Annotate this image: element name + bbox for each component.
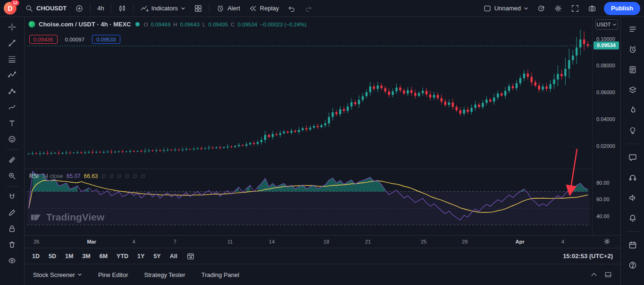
hotlists-button[interactable] bbox=[624, 101, 642, 119]
remove-drawings-button[interactable] bbox=[3, 237, 21, 252]
chat-button[interactable] bbox=[624, 148, 642, 166]
undo-button[interactable] bbox=[284, 2, 300, 15]
tab-stock-screener[interactable]: Stock Screener bbox=[33, 271, 82, 278]
news-button[interactable] bbox=[624, 61, 642, 79]
save-history-clock-icon bbox=[537, 4, 545, 13]
market-status-dot[interactable] bbox=[135, 22, 140, 26]
hide-drawings-button[interactable] bbox=[3, 253, 21, 269]
interval-button[interactable]: 4h bbox=[93, 2, 108, 15]
session-clock[interactable]: 15:02:53 (UTC+2) bbox=[563, 252, 613, 260]
chart-properties-button[interactable] bbox=[550, 2, 566, 15]
legend-symbol-title[interactable]: Choise.com / USDT · 4h · MEXC bbox=[39, 21, 131, 28]
data-window-button[interactable] bbox=[624, 81, 642, 99]
range-button-1y[interactable]: 1Y bbox=[137, 253, 144, 260]
change-value: −0.00023 (−0.24%) bbox=[260, 22, 306, 27]
range-button-3m[interactable]: 3M bbox=[82, 253, 90, 260]
range-button-ytd[interactable]: YTD bbox=[117, 253, 128, 260]
lock-drawings-button[interactable] bbox=[3, 221, 21, 236]
buy-price-chip[interactable]: 0.09533 bbox=[92, 35, 120, 44]
indicator-templates-button[interactable] bbox=[190, 2, 206, 15]
expand-panel-chevron-icon[interactable] bbox=[590, 271, 598, 278]
rsi-scale-tick: 60.00 bbox=[596, 196, 610, 202]
fib-tool-button[interactable] bbox=[3, 51, 21, 67]
rsi-scale-tick: 40.00 bbox=[596, 213, 610, 219]
autosave-button[interactable] bbox=[533, 2, 549, 15]
user-menu-button[interactable]: D 12 bbox=[4, 2, 17, 15]
time-tick: 7 bbox=[174, 239, 176, 244]
ideas-button[interactable] bbox=[624, 122, 642, 139]
price-tick: 0.08000 bbox=[596, 63, 615, 68]
screenshot-button[interactable] bbox=[584, 2, 600, 15]
streams-button[interactable] bbox=[624, 189, 642, 207]
axis-settings-gear-icon[interactable] bbox=[603, 237, 611, 245]
watchlist-button[interactable] bbox=[624, 20, 642, 38]
redo-button[interactable] bbox=[301, 2, 317, 15]
sell-price-chip[interactable]: 0.09436 bbox=[29, 35, 58, 44]
layers-icon bbox=[628, 85, 637, 95]
pattern-tool-button[interactable] bbox=[3, 67, 21, 83]
journal-icon bbox=[628, 65, 637, 74]
tab-label: Stock Screener bbox=[33, 271, 75, 278]
price-scale[interactable]: USDT 0.09534 0.100000.080000.060000.0400… bbox=[592, 17, 620, 235]
fullscreen-button[interactable] bbox=[567, 2, 583, 15]
coin-logo-icon bbox=[28, 21, 35, 28]
range-button-1d[interactable]: 1D bbox=[32, 253, 40, 260]
indicators-button[interactable]: Indicators bbox=[136, 2, 189, 15]
rsi-hidden-values: ∅ ∅ ∅ ∅ ∅ ∅ bbox=[101, 173, 146, 179]
low-label: L bbox=[202, 22, 205, 27]
currency-dropdown[interactable]: USDT bbox=[595, 19, 618, 30]
alerts-panel-button[interactable] bbox=[624, 41, 642, 58]
publish-button[interactable]: Publish bbox=[604, 2, 640, 15]
tab-strategy-tester[interactable]: Strategy Tester bbox=[144, 271, 185, 278]
replay-button[interactable]: Replay bbox=[245, 2, 283, 15]
alert-clock-icon bbox=[216, 4, 225, 13]
crosshair-tool-button[interactable] bbox=[3, 19, 21, 35]
content-area: Choise.com / USDT · 4h · MEXC O0.09469 H… bbox=[0, 17, 644, 285]
symbol-label: CHOUSDT bbox=[36, 5, 67, 12]
time-axis[interactable]: 26Mar47111418212528Apr4 bbox=[25, 235, 620, 248]
alert-label: Alert bbox=[227, 5, 240, 12]
symbol-search-button[interactable]: CHOUSDT bbox=[21, 2, 70, 15]
trend-line-icon bbox=[8, 39, 17, 48]
rsi-legend[interactable]: RSI 14 close 65.07 66.63 ∅ ∅ ∅ ∅ ∅ ∅ bbox=[29, 173, 146, 179]
pane-separator[interactable] bbox=[25, 169, 592, 169]
range-button-1m[interactable]: 1M bbox=[65, 253, 73, 260]
zoom-tool-button[interactable] bbox=[3, 168, 21, 184]
trend-line-tool-button[interactable] bbox=[3, 35, 21, 51]
help-button[interactable] bbox=[624, 256, 642, 274]
toolbar-divider bbox=[6, 186, 18, 187]
range-button-5d[interactable]: 5D bbox=[49, 253, 56, 260]
projection-icon bbox=[8, 87, 17, 96]
tab-trading-panel[interactable]: Trading Panel bbox=[201, 271, 239, 278]
rsi-scale-tick: 80.00 bbox=[596, 180, 610, 186]
magnet-icon bbox=[8, 192, 17, 201]
time-tick: 18 bbox=[324, 239, 329, 244]
text-tool-button[interactable] bbox=[3, 115, 21, 131]
plus-circle-icon bbox=[75, 4, 84, 13]
magnet-tool-button[interactable] bbox=[3, 189, 21, 204]
compare-add-symbol-button[interactable] bbox=[71, 2, 87, 15]
measure-tool-button[interactable] bbox=[3, 152, 21, 168]
toolbar-separator bbox=[111, 3, 111, 14]
prediction-tool-button[interactable] bbox=[3, 83, 21, 99]
brush-icon bbox=[8, 103, 17, 112]
range-button-5y[interactable]: 5Y bbox=[153, 253, 160, 260]
range-button-all[interactable]: All bbox=[170, 253, 177, 260]
chart-canvas[interactable] bbox=[25, 17, 592, 235]
quantity-chip[interactable]: 0.00097 bbox=[61, 35, 89, 44]
chart-style-button[interactable] bbox=[114, 2, 130, 15]
calendar-button[interactable] bbox=[624, 236, 642, 254]
layout-name: Unnamed bbox=[494, 5, 521, 12]
alert-button[interactable]: Alert bbox=[212, 2, 244, 15]
restore-panel-icon[interactable] bbox=[604, 271, 612, 278]
drawing-mode-button[interactable] bbox=[3, 205, 21, 220]
brush-tool-button[interactable] bbox=[3, 99, 21, 115]
notifications-button[interactable] bbox=[624, 209, 642, 227]
symbol-legend: Choise.com / USDT · 4h · MEXC O0.09469 H… bbox=[28, 21, 307, 28]
range-button-6m[interactable]: 6M bbox=[100, 253, 108, 260]
tab-pine-editor[interactable]: Pine Editor bbox=[98, 271, 128, 278]
manage-layouts-button[interactable]: Unnamed bbox=[479, 2, 532, 15]
support-button[interactable] bbox=[624, 169, 642, 187]
go-to-date-icon[interactable] bbox=[186, 252, 195, 261]
emoji-tool-button[interactable] bbox=[3, 131, 21, 147]
